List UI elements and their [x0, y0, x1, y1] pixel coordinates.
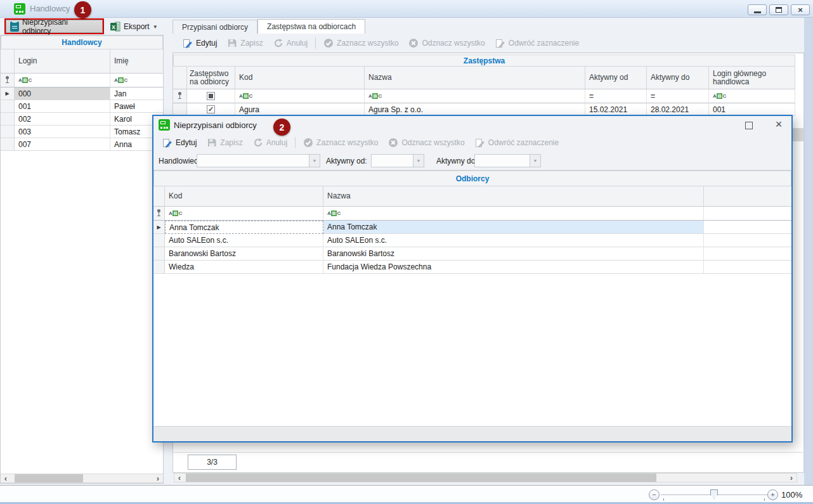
scroll-left-arrow[interactable]: ‹: [174, 474, 185, 482]
chevron-down-icon[interactable]: ▼: [530, 155, 540, 167]
column-header-aktywny-do[interactable]: Aktywny do: [647, 67, 709, 89]
cell-kod[interactable]: Anna Tomczak: [165, 221, 323, 234]
zoom-in-button[interactable]: +: [767, 489, 778, 500]
edit-button[interactable]: Edytuj: [157, 135, 202, 150]
table-row[interactable]: ▶ 000 Jan: [1, 87, 163, 100]
table-row[interactable]: Wiedza Fundacja Wiedza Powszechna: [153, 261, 791, 274]
chevron-down-icon[interactable]: ▼: [309, 155, 320, 167]
scroll-right-arrow[interactable]: ›: [786, 474, 797, 482]
cell-substitution-checkbox[interactable]: ✓: [187, 103, 235, 116]
table-row[interactable]: 007 Anna: [1, 138, 163, 151]
tab-zastepstwa-na-odbiorcach[interactable]: Zastępstwa na odbiorcach: [257, 19, 365, 34]
active-to-combo[interactable]: ▼: [474, 154, 541, 167]
tab-przypisani-odbiorcy[interactable]: Przypisani odbiorcy: [172, 20, 257, 34]
salesman-combo[interactable]: ▼: [197, 154, 320, 167]
cell-login[interactable]: 000: [15, 87, 110, 100]
filter-cell-nazwa[interactable]: ABC: [365, 89, 585, 103]
cell-nazwa[interactable]: Agura Sp. z o.o.: [365, 103, 585, 116]
cell-empty[interactable]: [704, 234, 791, 247]
cell-imie[interactable]: Jan: [110, 87, 163, 100]
invert-selection-label: Odwróć zaznaczenie: [509, 39, 579, 48]
invert-selection-button[interactable]: Odwróć zaznaczenie: [470, 135, 564, 150]
scroll-right-arrow[interactable]: ›: [153, 474, 163, 482]
scroll-left-arrow[interactable]: ‹: [1, 474, 11, 482]
deselect-all-button[interactable]: Odznacz wszystko: [383, 135, 469, 150]
checkbox-indeterminate[interactable]: [207, 92, 215, 100]
dialog-maximize-button[interactable]: [745, 122, 753, 129]
column-header-nazwa[interactable]: Nazwa: [365, 67, 585, 89]
dialog-close-button[interactable]: ×: [772, 117, 785, 131]
filter-cell-login[interactable]: ABC: [709, 89, 795, 103]
substitutions-horizontal-scrollbar[interactable]: ‹ ›: [174, 473, 797, 482]
filter-cell-aktywny-od[interactable]: =: [585, 89, 647, 103]
column-header-kod[interactable]: Kod: [235, 67, 365, 89]
cell-login[interactable]: 007: [15, 138, 110, 151]
zoom-slider-thumb[interactable]: [710, 489, 718, 499]
deselect-all-button[interactable]: Odznacz wszystko: [403, 36, 490, 51]
cell-kod[interactable]: Auto SALEon s.c.: [165, 234, 323, 247]
edit-button[interactable]: Edytuj: [178, 36, 222, 51]
cell-nazwa[interactable]: Anna Tomczak: [323, 221, 704, 234]
column-header-login-glownego[interactable]: Login głównego handlowca: [709, 67, 795, 89]
cell-nazwa[interactable]: Baranowski Bartosz: [323, 247, 704, 261]
table-row[interactable]: ✓ Agura Agura Sp. z o.o. 15.02.2021 28.0…: [173, 103, 803, 116]
select-all-button[interactable]: Zaznacz wszystko: [318, 36, 403, 51]
minimize-button[interactable]: [748, 4, 767, 15]
cell-login[interactable]: 001: [15, 100, 110, 113]
cell-login[interactable]: 002: [15, 113, 110, 126]
table-row[interactable]: 003 Tomasz: [1, 126, 163, 138]
invert-selection-button[interactable]: Odwróć zaznaczenie: [490, 36, 584, 51]
column-header-substitution[interactable]: Zastępstwo na odbiorcy: [187, 67, 235, 89]
table-row[interactable]: 002 Karol: [1, 113, 163, 126]
cancel-button[interactable]: Anuluj: [268, 36, 313, 51]
cell-imie[interactable]: Paweł: [110, 100, 163, 113]
chevron-down-icon[interactable]: ▼: [413, 155, 424, 167]
cell-nazwa[interactable]: Fundacja Wiedza Powszechna: [323, 261, 704, 274]
column-header-kod[interactable]: Kod: [165, 186, 323, 207]
table-row-selected[interactable]: ▶ Anna Tomczak Anna Tomczak: [153, 221, 791, 234]
export-button[interactable]: X Eksport ▼: [108, 20, 160, 34]
cell-kod[interactable]: Agura: [235, 103, 365, 116]
cell-empty[interactable]: [704, 221, 791, 234]
active-from-combo[interactable]: ▼: [371, 154, 424, 167]
cell-login-glownego[interactable]: 001: [709, 103, 795, 116]
close-button[interactable]: ×: [791, 4, 810, 15]
pagination-box[interactable]: 3/3: [188, 455, 237, 470]
cancel-button[interactable]: Anuluj: [248, 135, 292, 150]
filter-cell-imie[interactable]: ABC: [110, 74, 163, 87]
scrollbar-track[interactable]: [11, 474, 153, 482]
cell-kod[interactable]: Baranowski Bartosz: [165, 247, 323, 261]
cell-empty[interactable]: [704, 261, 791, 274]
save-button[interactable]: Zapisz: [222, 36, 268, 51]
table-row[interactable]: Auto SALEon s.c. Auto SALEon s.c.: [153, 234, 791, 247]
cell-login[interactable]: 003: [15, 126, 110, 138]
filter-cell-kod[interactable]: ABC: [235, 89, 365, 103]
unassigned-recipients-button[interactable]: Nieprzypisani odbiorcy: [6, 20, 103, 33]
active-from-filter-label: Aktywny od:: [326, 157, 367, 165]
zoom-out-button[interactable]: −: [649, 489, 660, 500]
select-all-button[interactable]: Zaznacz wszystko: [298, 135, 383, 150]
table-row[interactable]: Baranowski Bartosz Baranowski Bartosz: [153, 247, 791, 261]
scrollbar-track[interactable]: [185, 474, 786, 482]
cell-kod[interactable]: Wiedza: [165, 261, 323, 274]
column-header-aktywny-od[interactable]: Aktywny od: [585, 67, 647, 89]
maximize-button[interactable]: [769, 4, 788, 15]
table-row[interactable]: 001 Paweł: [1, 100, 163, 113]
scrollbar-thumb[interactable]: [15, 474, 83, 482]
save-button[interactable]: Zapisz: [202, 135, 247, 150]
left-panel-horizontal-scrollbar[interactable]: ‹ ›: [1, 474, 163, 483]
cell-nazwa[interactable]: Auto SALEon s.c.: [323, 234, 704, 247]
column-header-nazwa[interactable]: Nazwa: [323, 186, 704, 207]
filter-cell-login[interactable]: ABC: [15, 74, 110, 87]
scrollbar-thumb[interactable]: [186, 474, 656, 482]
filter-cell-kod[interactable]: ABC: [165, 207, 323, 221]
cell-aktywny-do[interactable]: 28.02.2021: [647, 103, 709, 116]
filter-cell-aktywny-do[interactable]: =: [647, 89, 709, 103]
filter-cell-substitution[interactable]: [187, 89, 235, 103]
cell-aktywny-od[interactable]: 15.02.2021: [585, 103, 647, 116]
checkbox-checked[interactable]: ✓: [207, 105, 215, 113]
column-header-login[interactable]: Login: [15, 49, 110, 74]
filter-cell-nazwa[interactable]: ABC: [323, 207, 704, 221]
column-header-imie[interactable]: Imię: [110, 49, 163, 74]
cell-empty[interactable]: [704, 247, 791, 261]
